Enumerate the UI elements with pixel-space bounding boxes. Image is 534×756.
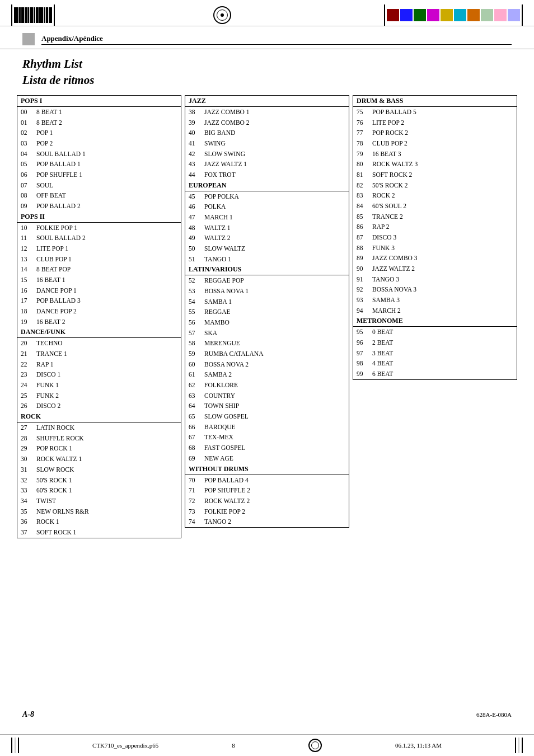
footer-code: 628A-E-080A: [476, 711, 512, 718]
cat-latin: LATIN/VARIOUS: [185, 264, 349, 275]
cat-jazz: JAZZ: [185, 96, 349, 107]
cat-drum-bass: DRUM & BASS: [353, 96, 517, 107]
column-2: JAZZ 38JAZZ COMBO 1 39JAZZ COMBO 2 40BIG…: [185, 95, 349, 528]
appendix-label: Appendix/Apéndice: [41, 34, 512, 45]
cat-metronome: METRONOME: [353, 316, 517, 327]
footer-file: CTK710_es_appendix.p65: [92, 742, 158, 749]
cat-pops-1: POPS I: [17, 96, 181, 107]
footer-page: A-8: [22, 710, 34, 719]
cat-dance-funk: DANCE/FUNK: [17, 327, 181, 338]
column-3: DRUM & BASS 75POP BALLAD 5 76LITE POP 2 …: [353, 95, 517, 380]
column-1: POPS I 008 BEAT 1 018 BEAT 2 02POP 1 03P…: [17, 95, 181, 538]
cat-pops-2: POPS II: [17, 212, 181, 223]
cat-european: EUROPEAN: [185, 180, 349, 191]
footer-num: 8: [232, 742, 235, 749]
cat-rock: ROCK: [17, 411, 181, 422]
rhythm-list: POPS I 008 BEAT 1 018 BEAT 2 02POP 1 03P…: [0, 95, 534, 538]
cat-without-drums: WITHOUT DRUMS: [185, 464, 349, 475]
page-title-en: Rhythm List: [22, 57, 512, 71]
page-title-es: Lista de ritmos: [22, 73, 512, 87]
footer-date: 06.1.23, 11:13 AM: [395, 742, 442, 749]
page-title-area: Rhythm List Lista de ritmos: [0, 49, 534, 95]
